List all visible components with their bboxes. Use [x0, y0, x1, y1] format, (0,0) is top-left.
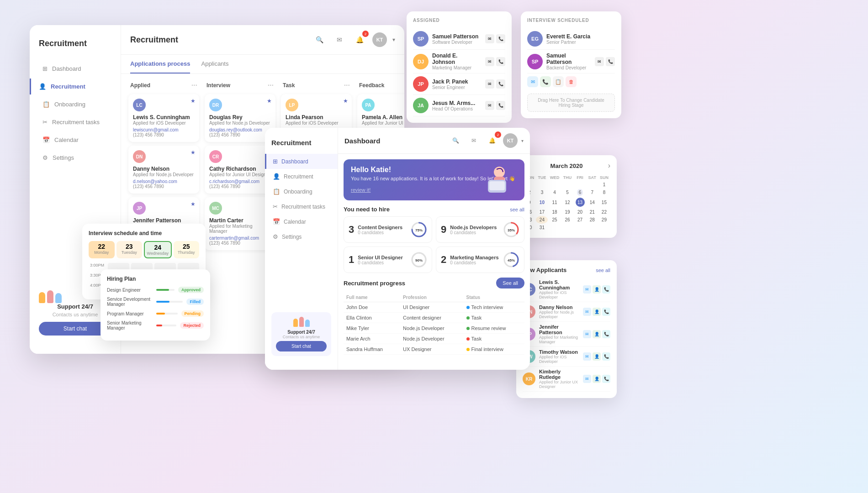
cal-cell[interactable]: 17 — [536, 208, 548, 216]
cal-cell[interactable]: 4 — [548, 189, 561, 196]
dash-item-dashboard[interactable]: ⊞ Dashboard — [265, 154, 338, 169]
cal-cell[interactable]: 10 — [536, 196, 548, 208]
action-btn-8[interactable]: 📞 — [496, 101, 505, 110]
user-avatar[interactable]: KT — [372, 32, 387, 47]
card-lewis[interactable]: ★ LC Lewis S. Cunningham Applied for iOS… — [128, 94, 199, 142]
cal-cell[interactable] — [561, 224, 574, 231]
cal-cell[interactable]: 8 — [598, 189, 610, 196]
tab-applications[interactable]: Applications process — [130, 55, 190, 73]
dash-chat-button[interactable]: Start chat — [276, 341, 327, 351]
action-phone-icon[interactable]: 📞 — [540, 76, 551, 87]
date-25[interactable]: 25 Thursday — [174, 241, 200, 258]
see-all-button[interactable]: See all — [496, 278, 524, 288]
review-link[interactable]: review it! — [351, 187, 370, 193]
calendar-next[interactable]: › — [608, 162, 610, 170]
tab-applicants[interactable]: Applicants — [201, 55, 228, 73]
col-menu-task[interactable]: ··· — [344, 81, 350, 89]
dash-item-calendar[interactable]: 📅 Calendar — [265, 214, 338, 229]
cal-cell[interactable]: 27 — [573, 216, 586, 224]
dash-mail-icon[interactable]: ✉ — [466, 133, 481, 148]
col-menu-interview[interactable]: ··· — [268, 81, 274, 89]
appl-icon-user[interactable]: 👤 — [593, 285, 601, 294]
appl-icon-phone-2[interactable]: 📞 — [602, 308, 610, 316]
cal-cell[interactable]: 24 — [536, 216, 548, 224]
cal-cell[interactable]: 6 — [573, 189, 586, 196]
appl-icon-phone-5[interactable]: 📞 — [602, 375, 610, 383]
appl-icon-user-2[interactable]: 👤 — [593, 308, 601, 316]
action-btn-5[interactable]: ✉ — [485, 79, 494, 89]
appl-icon-phone-4[interactable]: 📞 — [602, 352, 610, 361]
cal-cell[interactable] — [598, 224, 610, 231]
appl-icon-user-4[interactable]: 👤 — [593, 352, 601, 361]
action-btn-1[interactable]: ✉ — [485, 34, 494, 43]
appl-icon-msg-5[interactable]: ✉ — [583, 375, 591, 383]
cal-cell[interactable]: 5 — [561, 189, 574, 196]
cal-cell[interactable]: 21 — [587, 208, 598, 216]
search-icon[interactable]: 🔍 — [312, 32, 327, 47]
date-23[interactable]: 23 Tuesday — [116, 241, 143, 258]
appl-icon-msg-2[interactable]: ✉ — [583, 308, 591, 316]
action-delete-icon[interactable]: 🗑 — [566, 76, 577, 87]
cal-cell[interactable]: 31 — [536, 224, 548, 231]
appl-icon-user-3[interactable]: 👤 — [593, 330, 601, 338]
date-24[interactable]: 24 Wednesday — [144, 241, 172, 258]
action-message-icon[interactable]: ✉ — [527, 76, 538, 87]
sidebar-item-dashboard[interactable]: ⊞ Dashboard — [33, 61, 117, 77]
appl-icon-user-5[interactable]: 👤 — [593, 375, 601, 383]
sidebar-item-onboarding[interactable]: 📋 Onboarding — [33, 96, 117, 112]
cal-cell[interactable] — [573, 224, 586, 231]
cal-cell[interactable]: 15 — [598, 196, 610, 208]
dash-item-tasks[interactable]: ✂ Recruitment tasks — [265, 199, 338, 214]
action-btn-4[interactable]: 📞 — [496, 57, 505, 66]
dash-user-avatar[interactable]: KT — [503, 133, 518, 148]
cal-cell[interactable] — [548, 224, 561, 231]
sidebar-item-calendar[interactable]: 📅 Calendar — [33, 132, 117, 148]
action-btn-2[interactable]: 📞 — [496, 34, 505, 43]
dash-item-settings[interactable]: ⚙ Settings — [265, 229, 338, 244]
cal-cell[interactable]: 7 — [587, 189, 598, 196]
chevron-down-icon[interactable]: ▾ — [392, 37, 395, 43]
mail-icon[interactable]: ✉ — [332, 32, 347, 47]
cal-cell[interactable]: 12 — [561, 196, 574, 208]
cal-cell[interactable]: 14 — [587, 196, 598, 208]
dash-search-icon[interactable]: 🔍 — [448, 133, 463, 148]
cal-cell[interactable]: 20 — [573, 208, 586, 216]
cal-cell[interactable]: 11 — [548, 196, 561, 208]
appl-icon-phone[interactable]: 📞 — [602, 285, 610, 294]
cal-cell[interactable] — [561, 181, 574, 189]
appl-icon-msg[interactable]: ✉ — [583, 285, 591, 294]
action-btn-9[interactable]: ✉ — [595, 57, 604, 66]
cal-cell[interactable]: 29 — [598, 216, 610, 224]
cal-cell[interactable]: 13 — [573, 196, 586, 208]
card-danny[interactable]: ★ DN Danny Nelson Applied for Node.js De… — [128, 146, 199, 194]
col-menu-applied[interactable]: ··· — [191, 81, 197, 89]
cal-cell[interactable]: 22 — [598, 208, 610, 216]
appl-icon-msg-3[interactable]: ✉ — [583, 330, 591, 338]
appl-icon-msg-4[interactable]: ✉ — [583, 352, 591, 361]
cal-cell[interactable]: 1 — [598, 181, 610, 189]
cal-cell[interactable]: 19 — [561, 208, 574, 216]
sidebar-item-recruitment[interactable]: 👤 Recruitment — [30, 79, 117, 94]
dash-item-recruitment[interactable]: 👤 Recruitment — [265, 169, 338, 184]
appl-icon-phone-3[interactable]: 📞 — [602, 330, 610, 338]
need-hire-see-all[interactable]: see all — [510, 207, 524, 212]
sidebar-item-settings[interactable]: ⚙ Settings — [33, 150, 117, 166]
action-btn-6[interactable]: 📞 — [496, 79, 505, 89]
action-btn-10[interactable]: 📞 — [606, 57, 615, 66]
cal-cell[interactable]: 28 — [587, 216, 598, 224]
cal-cell[interactable]: 18 — [548, 208, 561, 216]
dash-chevron-icon[interactable]: ▾ — [521, 138, 524, 143]
dash-item-onboarding[interactable]: 📋 Onboarding — [265, 184, 338, 199]
cal-cell[interactable]: 3 — [536, 189, 548, 196]
cal-cell[interactable] — [536, 181, 548, 189]
new-applicants-see-all[interactable]: see all — [596, 267, 610, 273]
cal-cell[interactable] — [587, 181, 598, 189]
cal-cell[interactable] — [573, 181, 586, 189]
action-copy-icon[interactable]: 📋 — [553, 76, 564, 87]
action-btn-7[interactable]: ✉ — [485, 101, 494, 110]
sidebar-item-tasks[interactable]: ✂ Recruitment tasks — [33, 114, 117, 130]
cal-cell[interactable]: 25 — [548, 216, 561, 224]
date-22[interactable]: 22 Monday — [89, 241, 115, 258]
cal-cell[interactable] — [548, 181, 561, 189]
cal-cell[interactable]: 26 — [561, 216, 574, 224]
